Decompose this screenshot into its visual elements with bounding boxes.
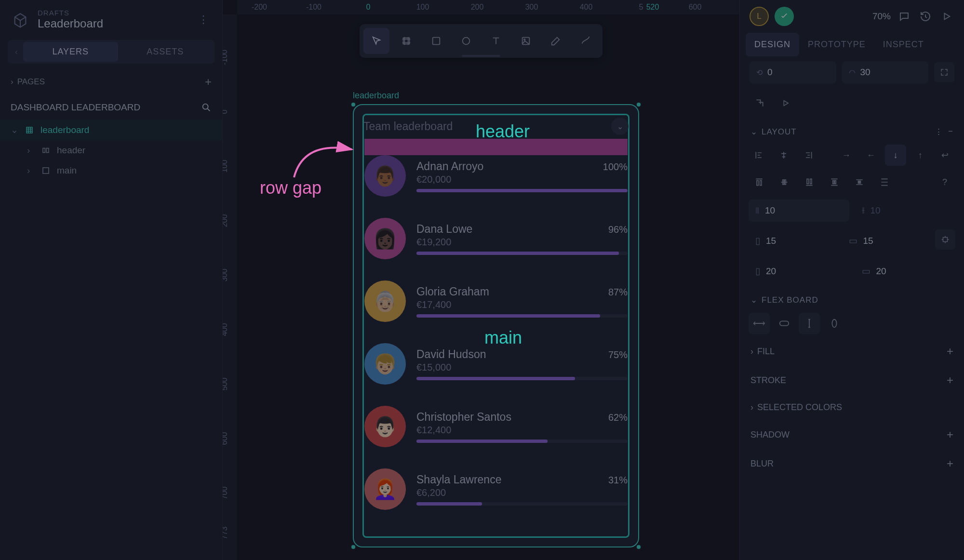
history-icon[interactable] (918, 9, 933, 24)
comment-icon[interactable] (897, 9, 912, 24)
flexboard-section-header[interactable]: ⌄ FLEX BOARD (740, 286, 964, 310)
pad-h-field[interactable]: ▭15 (842, 229, 930, 252)
doc-menu-icon[interactable]: ⋮ (195, 11, 213, 29)
list-item[interactable]: 👨🏻 Christopher Santos €12,400 62% (364, 406, 628, 447)
dir-up-icon[interactable]: ↑ (910, 145, 931, 166)
tab-design[interactable]: DESIGN (746, 33, 799, 56)
rotation-field[interactable]: ⟲0 (750, 61, 836, 83)
align-center-icon[interactable] (773, 145, 794, 166)
col-gap-field[interactable]: ⫲10 (855, 200, 956, 222)
add-stroke-icon[interactable]: + (947, 373, 953, 387)
tab-prototype[interactable]: PROTOTYPE (799, 33, 874, 56)
progress-bar (416, 440, 628, 443)
pad-expand-icon[interactable] (935, 229, 955, 250)
frame-tool[interactable] (393, 28, 419, 54)
dir-left-icon[interactable]: ← (860, 145, 881, 166)
justify-end-icon[interactable] (799, 172, 820, 193)
text-tool[interactable] (483, 28, 509, 54)
wrap-icon[interactable]: ↩ (935, 145, 955, 166)
list-item[interactable]: 👩🏻‍🦰 Shayla Lawrence €6,200 31% (364, 468, 628, 510)
list-item[interactable]: 👨🏾 Adnan Arroyo €20,000 100% (364, 155, 628, 197)
row-gap-field[interactable]: ⫴10 (749, 200, 849, 222)
app-logo-icon[interactable] (10, 9, 31, 30)
oval-icon[interactable] (824, 313, 845, 334)
zoom-level[interactable]: 70% (872, 11, 891, 22)
doc-title[interactable]: Leaderboard (38, 17, 103, 30)
dir-right-icon[interactable]: → (836, 145, 857, 166)
layout-section-header[interactable]: ⌄ LAYOUT ⋮ − (740, 118, 964, 142)
tab-inspect[interactable]: INSPECT (874, 33, 933, 56)
add-shadow-icon[interactable]: + (947, 428, 953, 441)
corners-toggle-icon[interactable] (934, 62, 954, 82)
selection-handle[interactable] (636, 544, 642, 550)
pad-v-field[interactable]: ▯15 (749, 229, 836, 252)
card-title: Team leaderboard (363, 120, 453, 133)
chevron-down-icon[interactable]: ⌄ (11, 124, 19, 135)
tab-assets[interactable]: ASSETS (118, 42, 213, 62)
overlay-label-main: main (484, 328, 522, 348)
tab-layers[interactable]: LAYERS (23, 42, 118, 62)
stroke-section[interactable]: STROKE + (740, 366, 964, 395)
move-tool[interactable] (363, 28, 389, 54)
back-icon[interactable]: ‹ (10, 48, 23, 56)
toolbar[interactable] (360, 24, 602, 58)
chevron-right-icon[interactable]: › (27, 145, 36, 156)
rect-tool[interactable] (423, 28, 449, 54)
list-item[interactable]: 👵🏼 Gloria Graham €17,400 87% (364, 280, 628, 322)
remove-icon[interactable]: − (948, 127, 953, 137)
selection-handle[interactable] (350, 102, 356, 107)
help-icon[interactable]: ? (934, 172, 955, 193)
align-right-icon[interactable] (798, 145, 818, 166)
pages-header[interactable]: › PAGES + (0, 68, 222, 95)
pen-tool[interactable] (543, 28, 569, 54)
list-item[interactable]: 👩🏿 Dana Lowe €19,200 96% (364, 218, 628, 259)
radius-field[interactable]: ◠30 (842, 61, 929, 83)
margin-h-field[interactable]: ▭20 (855, 260, 956, 282)
width-mode-icon[interactable]: ⟷ (749, 313, 770, 334)
curve-tool[interactable] (573, 28, 599, 54)
play-icon[interactable] (939, 9, 954, 24)
space-around-icon[interactable] (849, 172, 870, 193)
chevron-right-icon[interactable]: › (27, 165, 36, 176)
selection-handle[interactable] (636, 102, 642, 107)
preview-play-icon[interactable] (776, 93, 796, 113)
layer-header[interactable]: › header (0, 140, 222, 160)
align-left-icon[interactable] (749, 145, 769, 166)
search-icon[interactable] (201, 102, 212, 113)
selection-handle[interactable] (350, 544, 356, 550)
artboard-leaderboard[interactable]: Team leaderboard ⌄ 👨🏾 Adnan Arroyo €20,0… (353, 104, 639, 547)
sync-status-icon[interactable] (775, 7, 794, 26)
add-page-icon[interactable]: + (205, 75, 212, 89)
add-blur-icon[interactable]: + (947, 457, 953, 470)
pill-icon[interactable] (774, 313, 795, 334)
justify-center-icon[interactable] (774, 172, 795, 193)
dir-down-icon[interactable]: ↓ (885, 145, 906, 166)
margin-v-field[interactable]: ▯20 (749, 260, 849, 282)
justify-start-icon[interactable] (749, 172, 770, 193)
image-tool[interactable] (513, 28, 539, 54)
layer-main[interactable]: › main (0, 160, 222, 181)
ellipse-tool[interactable] (453, 28, 479, 54)
layer-leaderboard[interactable]: ⌄ leaderboard (0, 120, 222, 140)
frame-label[interactable]: leaderboard (353, 91, 399, 101)
file-name-row[interactable]: DASHBOARD LEADERBOARD (0, 95, 222, 120)
text-cursor-icon[interactable] (799, 313, 820, 334)
toolbar-drag-handle[interactable] (462, 55, 500, 57)
progress-bar (416, 502, 628, 506)
entry-name: Gloria Graham (416, 285, 489, 298)
user-avatar[interactable]: L (750, 7, 769, 26)
breadcrumb-drafts[interactable]: DRAFTS (38, 9, 103, 17)
dropdown-icon[interactable]: ⌄ (611, 118, 629, 135)
selected-colors-section[interactable]: › SELECTED COLORS (740, 395, 964, 420)
list-item[interactable]: 👦🏼 David Hudson €15,000 75% (364, 343, 628, 385)
shadow-section[interactable]: SHADOW + (740, 420, 964, 449)
clip-icon[interactable] (750, 93, 770, 113)
fill-section[interactable]: › FILL + (740, 337, 964, 366)
more-icon[interactable]: ⋮ (935, 127, 943, 137)
space-between-icon[interactable] (824, 172, 845, 193)
space-evenly-icon[interactable] (874, 172, 895, 193)
canvas[interactable]: -200 -100 0 100 200 300 400 5 520 600 -1… (223, 0, 739, 560)
blur-section[interactable]: BLUR + (740, 449, 964, 478)
add-fill-icon[interactable]: + (947, 345, 953, 358)
chevron-right-icon: › (750, 347, 753, 357)
